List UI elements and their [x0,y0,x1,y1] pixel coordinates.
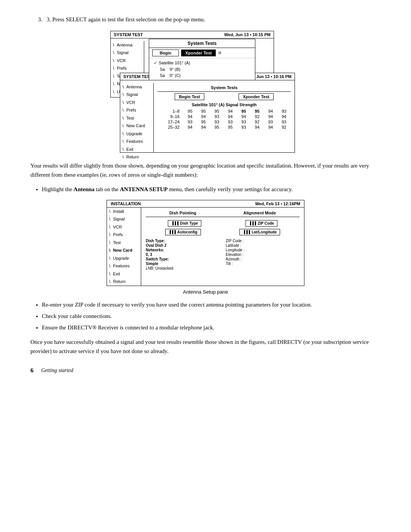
azimuth-row: Azimuth : [226,257,299,261]
signal-row-25-32: 25–32 94949595 93949492 [158,125,291,130]
switch-row: Switch Type: [146,257,220,261]
lnb-row: LNB: Unstacked [146,266,220,270]
win1-date: Wed, Jun 13 • 10:15 PM [224,32,271,37]
info-right-col: ZIP Code : Latitude : Longitude : Elevat… [226,238,299,271]
win2-title: SYSTEM TEST [123,74,152,79]
zip-label: ZIP Code [258,221,274,225]
system-test-win2: SYSTEM TEST Wed, Jun 13 • 10:16 PM Anten… [120,73,295,153]
dish-type-val-row: Oval Dish 2 [146,243,220,248]
install-tab-return: Return [107,278,141,286]
tilt-label: Tilt : [226,262,233,266]
networks-val: 0, 3 [146,252,152,257]
networks-label: Networks: [146,248,164,252]
tilt-row: Tilt : [226,262,299,266]
install-tab-install: Install [107,208,141,216]
body-para-2: Once you have successfully obtained a si… [30,337,381,356]
sidebar-antenna: Antenna [111,41,144,49]
dish-type-field-label: Dish Type: [146,239,165,243]
page-number: 6 [30,367,33,374]
autoconfig-label: Autoconfig [177,230,198,234]
install-tab-newcard: New Card [107,246,141,254]
bullet-zip: Re-enter your ZIP code if necessary to v… [42,300,381,309]
lat-row: Latitude : [226,243,299,248]
autoconfig-btn[interactable]: ▐▐▐ Autoconfig [165,229,201,235]
info-left-col: Dish Type: Oval Dish 2 Networks: 0, 3 Sw [146,238,220,271]
signal-strength-title: Satellite 101° (A) Signal Strength [158,102,291,107]
win1-title: SYSTEM TEST [114,32,143,37]
win2-prefs: Prefs [120,106,153,114]
col-alignment-mode: Alignment Mode [244,211,276,215]
lnb-label: LNB: Unstacked [146,266,173,270]
install-body: Install Signal VCR Prefs Test New Card U… [107,208,304,286]
xponder-btn: Xponder Test [181,50,216,56]
switch-label: Switch Type: [146,257,169,261]
st-label: st [218,51,221,55]
bullet-list-2: Re-enter your ZIP code if necessary to v… [42,300,381,332]
dish-type-btn[interactable]: ▐▐▐ Dish Type [168,220,201,227]
win2-buttons-row: Begin Test Xponder Test [158,93,291,100]
antenna-bold: Antenna [73,186,94,192]
lng-label: Longitude : [226,248,245,252]
footer-section: Getting started [41,367,73,374]
step3-content: 3. Press SELECT again to test the first … [47,16,205,22]
install-content: Dish Pointing Alignment Mode ▐▐▐ Dish Ty… [141,208,304,286]
elev-label: Elevation : [226,252,244,257]
install-tab-exit: Exit [107,270,141,278]
step3-number: 3. [38,16,45,22]
signal-strength-table: 1–8 95959594 95959493 9–16 94949394 9492… [158,109,291,130]
win2-upgrade: Upgrade [120,130,153,138]
dish-type-val: Oval Dish 2 [146,243,166,248]
sidebar-signal: Signal [111,49,144,57]
latlng-label: Lat/Longitude [252,230,277,234]
switch-val-row: Simple [146,262,220,266]
footer: 6 Getting started [30,367,381,374]
screenshot2-container: INSTALLATION Wed, Feb 13 • 12:16PM Insta… [30,200,381,286]
row-label-25-32: 25–32 [158,125,183,130]
antenna-setup-bold: ANTENNA SETUP [120,186,167,192]
install-tab-features: Features [107,262,141,270]
install-sidebar: Install Signal VCR Prefs Test New Card U… [107,208,141,286]
win2-vcr: VCR [120,99,153,107]
dish-type-label: Dish Type [180,221,198,225]
install-btn-row2: ▐▐▐ Autoconfig ▐▐▐ Lat/Longitude [146,229,299,235]
autoconfig-icon: ▐▐▐ [169,230,176,234]
bullet-cable: Check your cable connections. [42,312,381,321]
install-col-headers: Dish Pointing Alignment Mode [146,211,299,217]
bullet-antenna: Highlight the Antenna tab on the ANTENNA… [42,185,381,194]
zip-code-btn[interactable]: ▐▐▐ ZIP Code [245,220,277,227]
row-label-9-16: 9–16 [158,114,183,119]
latlng-btn[interactable]: ▐▐▐ Lat/Longitude [239,229,280,235]
win2-features: Features [120,137,153,145]
install-tab-signal: Signal [107,215,141,223]
win2-test: Test [120,114,153,122]
win2-exit: Exit [120,145,153,153]
installation-window: INSTALLATION Wed, Feb 13 • 12:16PM Insta… [107,200,304,286]
row-label-1-8: 1–8 [158,109,183,114]
zip-field-label: ZIP Code : [226,239,244,243]
satellite-101a: Satellite 101° (A) [149,60,255,66]
win2-signal: Signal [120,91,153,99]
win1-popup-title: System Tests [149,39,255,48]
install-tab-prefs: Prefs [107,231,141,239]
signal-row-17-24: 17–24 93959393 93929393 [158,119,291,125]
satellite-0c: Sa 0° (C) [149,72,255,78]
install-btn-row1: ▐▐▐ Dish Type ▐▐▐ ZIP Code [146,220,299,227]
install-tab-upgrade: Upgrade [107,254,141,262]
install-info: Dish Type: Oval Dish 2 Networks: 0, 3 Sw [146,238,299,271]
step3-text: 3. 3. Press SELECT again to test the fir… [38,15,381,24]
bullet-directv: Ensure the DIRECTV® Receiver is connecte… [42,323,381,332]
switch-val: Simple [146,262,158,266]
begin-btn: Begin [152,50,179,56]
install-title: INSTALLATION [111,201,141,206]
latlng-icon: ▐▐▐ [243,230,250,234]
signal-row-1-8: 1–8 95959594 95959493 [158,109,291,114]
win1-popup: System Tests Begin Xponder Test st Satel… [149,39,255,80]
dish-type-icon: ▐▐▐ [171,221,178,225]
azimuth-label: Azimuth : [226,257,242,261]
bullet-list-1: Highlight the Antenna tab on the ANTENNA… [42,185,381,194]
screenshot2-caption: Antenna Setup pane [30,289,381,295]
zip-icon: ▐▐▐ [249,221,256,225]
row-label-17-24: 17–24 [158,119,183,125]
win2-antenna: Antenna [120,83,153,91]
lng-row: Longitude : [226,248,299,252]
